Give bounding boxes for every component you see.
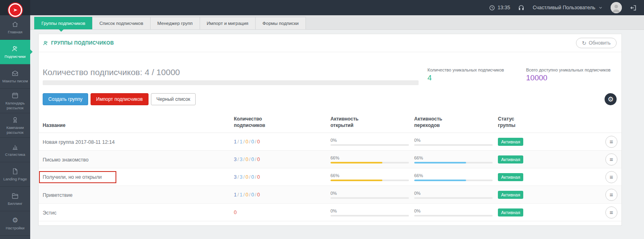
main-area: Группы подписчиков Список подписчиков Ме… <box>30 15 644 239</box>
subscriber-counts: 3/3/0/0/0 <box>234 174 330 180</box>
refresh-button[interactable]: ↻ Обновить <box>576 38 617 48</box>
sidebar-item-statistics[interactable]: Статистика <box>0 138 30 162</box>
row-menu-button[interactable]: ≡ <box>605 171 617 183</box>
table-header: Название Количество подписчиков Активнос… <box>39 116 621 133</box>
envelope-icon <box>11 69 19 77</box>
group-name-link[interactable]: Письмо знакомство <box>43 157 89 163</box>
avatar[interactable] <box>611 2 622 13</box>
app-logo[interactable] <box>0 0 30 15</box>
sidebar-item-label: Landing Page <box>3 177 27 182</box>
group-name-link[interactable]: Получили, но не открыли <box>39 171 116 183</box>
stats-row: Количество подписчиков: 4 / 10000 Количе… <box>39 52 621 85</box>
click-activity-cell: 66% <box>414 155 498 163</box>
subscriber-counts: 3/3/0/0/0 <box>234 157 330 162</box>
sidebar-item-calendar[interactable]: Календарь рассылок <box>0 89 30 113</box>
row-menu-button[interactable]: ≡ <box>605 153 617 165</box>
subscribers-progressbar <box>43 80 419 85</box>
open-activity-percent: 66% <box>330 173 414 178</box>
page-icon <box>11 167 19 175</box>
groups-table: Название Количество подписчиков Активнос… <box>39 116 621 221</box>
chevron-down-icon <box>599 6 603 10</box>
subscribers-icon <box>43 40 49 46</box>
stat-available-subscribers: Всего доступно уникальных подписчиков 10… <box>526 67 617 82</box>
open-activity-percent: 0% <box>330 138 414 143</box>
hamburger-icon: ≡ <box>610 209 613 215</box>
table-row: Письмо знакомство 3/3/0/0/0 66% 66% Акти… <box>39 151 621 168</box>
subscriber-counts: 0 <box>234 210 330 215</box>
click-activity-percent: 0% <box>414 191 498 196</box>
click-activity-bar <box>414 162 466 163</box>
sidebar-item-settings[interactable]: ⚙ Настройки <box>0 211 30 236</box>
tab-forms[interactable]: Формы подписки <box>255 17 306 29</box>
open-activity-bar <box>330 180 382 181</box>
open-activity-percent: 0% <box>330 191 414 196</box>
click-activity-bar <box>414 180 466 181</box>
status-badge: Активная <box>498 173 523 181</box>
black-list-button[interactable]: Черный список <box>151 93 196 105</box>
status-badge: Активная <box>498 191 523 199</box>
status-badge: Активная <box>498 155 523 163</box>
tab-import[interactable]: Импорт и миграция <box>200 17 256 29</box>
import-subscribers-button[interactable]: Импорт подписчиков <box>91 93 149 105</box>
open-activity-bar <box>330 162 382 163</box>
table-body: Новая группа 2017-08-11 12:14 1/1/0/0/0 … <box>39 133 621 221</box>
tabbar: Группы подписчиков Список подписчиков Ме… <box>30 15 644 30</box>
open-activity-percent: 0% <box>330 208 414 213</box>
subscribers-quota: Количество подписчиков: 4 / 10000 <box>43 67 419 85</box>
user-menu[interactable]: Счастливый Пользователь <box>533 5 603 10</box>
tab-groups[interactable]: Группы подписчиков <box>34 17 93 29</box>
section-title: ГРУППЫ ПОДПИСЧИКОВ <box>43 40 114 46</box>
create-group-button[interactable]: Создать группу <box>43 93 88 105</box>
open-activity-cell: 66% <box>330 155 414 163</box>
click-activity-cell: 0% <box>414 191 498 199</box>
sidebar-item-label: Кампании рассылок <box>0 125 30 135</box>
topbar-right: 13:35 Счастливый Пользователь <box>489 2 644 13</box>
row-menu-button[interactable]: ≡ <box>605 206 617 219</box>
hamburger-icon: ≡ <box>610 156 613 162</box>
gear-icon: ⚙ <box>607 96 613 103</box>
logo-icon <box>8 3 22 17</box>
sidebar-item-label: Календарь рассылок <box>0 101 30 110</box>
groups-card: ГРУППЫ ПОДПИСЧИКОВ ↻ Обновить Количество… <box>38 34 622 226</box>
logout-button[interactable] <box>630 4 637 11</box>
tab-list[interactable]: Список подписчиков <box>92 17 151 29</box>
hamburger-icon: ≡ <box>610 174 613 180</box>
status-badge: Активная <box>498 208 523 217</box>
col-header-opens: Активность открытий <box>330 116 414 129</box>
sidebar-item-label: Макеты писем <box>2 79 28 84</box>
click-activity-cell: 0% <box>414 138 498 146</box>
sidebar-item-templates[interactable]: Макеты писем <box>0 64 30 89</box>
stat-value: 4 <box>427 74 526 82</box>
gear-icon: ⚙ <box>12 216 18 224</box>
session-time: 13:35 <box>489 5 510 11</box>
subscribers-count-title: Количество подписчиков: 4 / 10000 <box>43 67 419 77</box>
ribbon-icon <box>11 116 19 124</box>
clock-icon <box>489 5 495 11</box>
chart-icon <box>11 143 19 151</box>
sidebar-item-label: Главная <box>8 30 22 35</box>
row-menu-button[interactable]: ≡ <box>605 189 617 201</box>
group-name-link[interactable]: Эстис <box>43 210 56 216</box>
open-activity-percent: 66% <box>330 155 414 160</box>
table-row: Получили, но не открыли 3/3/0/0/0 66% 66… <box>39 168 621 186</box>
click-activity-cell: 66% <box>414 173 498 181</box>
support-button[interactable] <box>518 4 524 11</box>
current-time: 13:35 <box>497 5 510 10</box>
sidebar-item-subscribers[interactable]: Подписчики <box>0 40 30 64</box>
col-header-name: Название <box>43 122 234 129</box>
row-menu-button[interactable]: ≡ <box>605 136 617 148</box>
group-name-link[interactable]: Приветствие <box>43 192 72 198</box>
sidebar-item-home[interactable]: Главная <box>0 15 30 40</box>
sidebar-item-label: Настройки <box>6 226 25 231</box>
click-activity-percent: 66% <box>414 173 498 178</box>
user-silhouette-icon <box>611 2 622 13</box>
sidebar-item-landing[interactable]: Landing Page <box>0 162 30 187</box>
group-name-link[interactable]: Новая группа 2017-08-11 12:14 <box>43 139 115 145</box>
click-activity-percent: 66% <box>414 155 498 160</box>
click-activity-cell: 0% <box>414 208 498 217</box>
sidebar-item-campaigns[interactable]: Кампании рассылок <box>0 113 30 138</box>
sidebar-item-billing[interactable]: Биллинг <box>0 187 30 211</box>
tab-manager[interactable]: Менеджер групп <box>150 17 200 29</box>
calendar-icon <box>11 91 19 99</box>
table-settings-button[interactable]: ⚙ <box>605 93 617 105</box>
